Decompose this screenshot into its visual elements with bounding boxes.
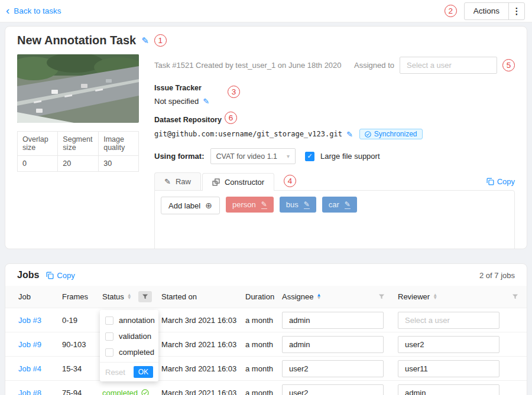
label-tag-bus-name: bus [286, 200, 299, 209]
filter-reset-button[interactable]: Reset [105, 368, 125, 377]
assigned-to-placeholder: Select a user [407, 61, 452, 70]
reviewer-select[interactable]: Select a user [398, 312, 499, 329]
assignee-select[interactable]: user2 [282, 360, 384, 377]
filter-option-validation[interactable]: validation [100, 328, 158, 344]
column-header-assignee: Assignee ▲▼ [277, 286, 393, 308]
copy-labels-link[interactable]: Copy [486, 177, 515, 186]
assignee-select[interactable]: admin [282, 336, 384, 353]
task-meta-text: Task #1521 Created by test_user_1 on Jun… [154, 61, 342, 70]
format-select[interactable]: CVAT for video 1.1 ▾ [210, 148, 296, 164]
tab-raw[interactable]: ✎ Raw [154, 172, 201, 190]
more-vertical-icon[interactable]: ⋮ [509, 3, 524, 19]
filter-footer: Reset OK [100, 362, 158, 381]
param-header-segment: Segment size [58, 132, 99, 156]
column-header-reviewer: Reviewer ▲▼ [393, 286, 527, 308]
job-link[interactable]: Job #3 [18, 316, 41, 325]
started-cell: March 3rd 2021 16:03 [157, 381, 241, 395]
annotation-marker-2: 2 [445, 5, 457, 17]
using-format-label: Using format: [154, 152, 205, 161]
add-label-button[interactable]: Add label ⊕ [161, 197, 220, 214]
format-row: Using format: CVAT for video 1.1 ▾ ✓ Lar… [154, 148, 515, 164]
edit-repository-icon[interactable]: ✎ [346, 130, 353, 139]
annotation-marker-1: 1 [154, 34, 167, 47]
sync-status-badge: Synchronized [359, 129, 423, 139]
duration-cell: a month [241, 357, 277, 381]
task-body: Overlap size Segment size Image quality … [17, 54, 515, 249]
filter-ok-button[interactable]: OK [134, 366, 153, 378]
table-row-job9: Job #9 90-103 March 3rd 2021 16:03 a mon… [5, 332, 527, 357]
checkbox-icon[interactable] [105, 348, 113, 357]
status-sort-control[interactable]: ▲▼ [127, 294, 132, 300]
assigned-to-select[interactable]: Select a user [400, 57, 497, 74]
table-row-job4: Job #4 15-34 March 3rd 2021 16:03 a mont… [5, 357, 527, 381]
copy-jobs-label: Copy [57, 271, 74, 280]
label-tag-bus[interactable]: bus ✎ [280, 197, 316, 213]
annotation-marker-4: 4 [284, 175, 296, 187]
jobs-header: Jobs Copy 2 of 7 jobs [5, 270, 527, 286]
edit-label-icon[interactable]: ✎ [304, 200, 310, 209]
dataset-repository-url: git@github.com:username/git_storage_v123… [154, 130, 342, 138]
label-tag-car[interactable]: car ✎ [322, 197, 357, 213]
add-label-button-text: Add label [168, 201, 200, 210]
edit-label-icon[interactable]: ✎ [261, 200, 267, 209]
job-link[interactable]: Job #8 [18, 389, 41, 395]
annotation-marker-5: 5 [502, 59, 515, 71]
task-title-row: New Annotation Task ✎ 1 [17, 34, 515, 47]
status-filter-icon[interactable] [138, 291, 152, 302]
job-link[interactable]: Job #9 [18, 340, 41, 349]
edit-label-icon[interactable]: ✎ [345, 200, 351, 209]
filter-option-completed[interactable]: completed [100, 344, 158, 360]
reviewer-select[interactable]: user11 [398, 360, 499, 377]
actions-button-label: Actions [465, 3, 508, 19]
large-file-checkbox[interactable]: ✓ [305, 152, 314, 161]
assignee-select[interactable]: user2 [282, 384, 384, 395]
filter-option-annotation[interactable]: annotation [100, 312, 158, 328]
task-meta-row: Task #1521 Created by test_user_1 on Jun… [154, 54, 515, 74]
tab-raw-label: Raw [176, 177, 191, 186]
table-row-job8: Job #8 75-94 completed March 3rd 2021 16… [5, 381, 527, 395]
duration-cell: a month [241, 381, 277, 395]
back-to-tasks-link[interactable]: ‹ Back to tasks [6, 6, 61, 16]
checkbox-icon[interactable] [105, 316, 113, 325]
format-select-value: CVAT for video 1.1 [216, 152, 278, 161]
assignee-filter-icon[interactable] [375, 291, 388, 302]
reviewer-select[interactable]: admin [398, 384, 499, 395]
reviewer-sort-control[interactable]: ▲▼ [433, 294, 437, 300]
label-tag-person-name: person [232, 200, 256, 209]
task-left-column: Overlap size Segment size Image quality … [17, 54, 139, 249]
frames-cell: 0-19 [57, 308, 98, 332]
edit-title-icon[interactable]: ✎ [141, 35, 149, 46]
column-header-status: Status ▲▼ [98, 286, 157, 308]
labels-tabs-row: ✎ Raw Constructor 4 Copy [154, 172, 515, 190]
assignee-sort-control[interactable]: ▲▼ [316, 294, 321, 300]
param-value-quality: 30 [99, 156, 139, 172]
sync-check-icon [365, 131, 371, 138]
copy-labels-label: Copy [497, 177, 515, 186]
task-preview-image [17, 54, 139, 123]
jobs-title: Jobs [17, 270, 39, 280]
jobs-count: 2 of 7 jobs [479, 271, 515, 280]
job-link[interactable]: Job #4 [18, 364, 41, 373]
tab-constructor-label: Constructor [225, 178, 264, 187]
actions-button[interactable]: Actions ⋮ [464, 2, 525, 20]
frames-cell: 15-34 [57, 357, 98, 381]
label-tag-person[interactable]: person ✎ [226, 197, 274, 213]
dataset-repository-section: Dataset Repository 6 git@github.com:user… [154, 113, 515, 139]
tab-constructor[interactable]: Constructor [202, 173, 274, 191]
jobs-table-header-row: Job Frames Status ▲▼ Started on Duration [5, 286, 527, 308]
frames-cell: 90-103 [57, 332, 98, 357]
column-header-started: Started on [157, 286, 241, 308]
pencil-icon: ✎ [164, 177, 171, 186]
param-header-overlap: Overlap size [18, 132, 58, 156]
assignee-select[interactable]: admin [282, 312, 384, 329]
annotation-marker-3: 3 [228, 86, 240, 98]
edit-issue-tracker-icon[interactable]: ✎ [203, 97, 209, 106]
topbar-right: 2 Actions ⋮ [445, 2, 525, 20]
frames-cell: 75-94 [57, 381, 98, 395]
reviewer-filter-icon[interactable] [508, 291, 522, 302]
reviewer-select[interactable]: user2 [398, 336, 499, 353]
copy-icon [486, 178, 494, 185]
checkbox-icon[interactable] [105, 332, 113, 341]
copy-jobs-link[interactable]: Copy [46, 271, 74, 280]
task-details-card: New Annotation Task ✎ 1 [5, 26, 527, 249]
